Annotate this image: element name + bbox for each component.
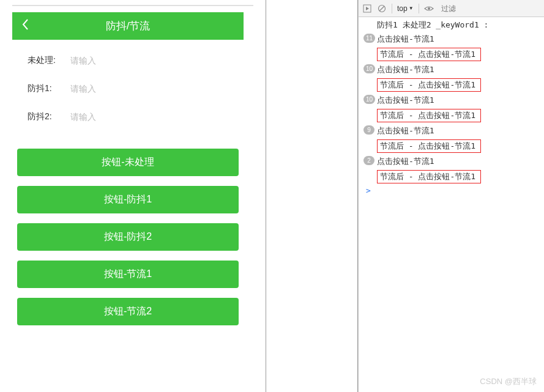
console-log-line: 节流后 - 点击按钮-节流1 — [363, 169, 539, 185]
console-toolbar: top ▼ — [359, 0, 544, 17]
log-text: 点击按钮-节流1 — [377, 157, 434, 166]
eye-icon[interactable] — [424, 4, 434, 13]
button-area: 按钮-未处理 按钮-防抖1 按钮-防抖2 按钮-节流1 按钮-节流2 — [12, 149, 244, 325]
log-count-badge: 9 — [363, 125, 374, 135]
filter-input[interactable] — [439, 3, 540, 14]
console-log-line: 11点击按钮-节流1 — [363, 32, 539, 46]
form-row-debounce1: 防抖1: — [28, 83, 228, 94]
console-log-line: 9点击按钮-节流1 — [363, 124, 539, 138]
log-text: 点击按钮-节流1 — [377, 126, 434, 135]
console-log-line: 节流后 - 点击按钮-节流1 — [363, 108, 539, 124]
svg-point-3 — [428, 7, 430, 10]
form-label: 防抖2: — [28, 111, 70, 122]
log-text: 点击按钮-节流1 — [377, 95, 434, 105]
input-debounce2[interactable] — [70, 112, 228, 122]
log-text: 点击按钮-节流1 — [377, 34, 434, 43]
form-row-debounce2: 防抖2: — [28, 111, 228, 122]
top-divider — [12, 5, 253, 6]
btn-throttle2[interactable]: 按钮-节流2 — [17, 298, 239, 325]
context-label: top — [397, 4, 408, 13]
console-log-line: 节流后 - 点击按钮-节流1 — [363, 46, 539, 62]
mobile-preview-panel: 防抖/节流 未处理: 防抖1: 防抖2: 按钮-未处理 — [0, 0, 266, 392]
input-unhandled[interactable] — [70, 56, 228, 65]
log-count-badge: 10 — [363, 95, 375, 104]
console-log-line: 节流后 - 点击按钮-节流1 — [363, 77, 539, 93]
log-text: 节流后 - 点击按钮-节流1 — [377, 48, 481, 61]
console-log-line: 节流后 - 点击按钮-节流1 — [363, 138, 539, 154]
middle-panel — [266, 0, 358, 392]
console-body: 防抖1 未处理2 _keyWord1 : 11点击按钮-节流1节流后 - 点击按… — [359, 17, 544, 392]
log-text: 节流后 - 点击按钮-节流1 — [377, 170, 481, 183]
back-icon[interactable] — [21, 18, 29, 34]
chevron-down-icon: ▼ — [409, 6, 414, 11]
watermark: CSDN @西半球 — [480, 376, 537, 387]
app-header: 防抖/节流 — [12, 12, 244, 40]
console-log-line: 10点击按钮-节流1 — [363, 93, 539, 108]
btn-throttle1[interactable]: 按钮-节流1 — [17, 261, 239, 288]
form-row-unhandled: 未处理: — [28, 55, 228, 66]
console-log-line: 10点击按钮-节流1 — [363, 62, 539, 77]
form-area: 未处理: 防抖1: 防抖2: — [12, 40, 244, 149]
console-prompt[interactable]: > — [363, 186, 539, 195]
btn-unhandled[interactable]: 按钮-未处理 — [17, 149, 239, 176]
form-label: 防抖1: — [28, 83, 70, 94]
devtools-panel: top ▼ 防抖1 未处理2 _keyWord1 : 11点击按钮-节流1节流后… — [358, 0, 544, 392]
svg-line-2 — [379, 6, 384, 11]
btn-debounce1[interactable]: 按钮-防抖1 — [17, 186, 239, 213]
toolbar-sep — [392, 4, 392, 13]
log-header: 防抖1 未处理2 _keyWord1 : — [363, 20, 539, 32]
log-count-badge: 10 — [363, 64, 375, 73]
log-text: 节流后 - 点击按钮-节流1 — [377, 139, 481, 153]
context-selector[interactable]: top ▼ — [397, 4, 414, 13]
console-log-line: 2点击按钮-节流1 — [363, 154, 539, 169]
btn-debounce2[interactable]: 按钮-防抖2 — [17, 223, 239, 251]
toolbar-sep — [419, 4, 419, 13]
header-title: 防抖/节流 — [12, 19, 244, 33]
log-count-badge: 11 — [363, 34, 375, 43]
mobile-frame: 防抖/节流 未处理: 防抖1: 防抖2: 按钮-未处理 — [12, 12, 244, 325]
play-icon[interactable] — [362, 4, 372, 13]
log-count-badge: 2 — [363, 156, 374, 165]
log-text: 节流后 - 点击按钮-节流1 — [377, 109, 481, 122]
log-text: 节流后 - 点击按钮-节流1 — [377, 78, 481, 92]
form-label: 未处理: — [28, 55, 70, 66]
input-debounce1[interactable] — [70, 84, 228, 94]
log-text: 点击按钮-节流1 — [377, 65, 434, 74]
clear-icon[interactable] — [377, 4, 387, 13]
